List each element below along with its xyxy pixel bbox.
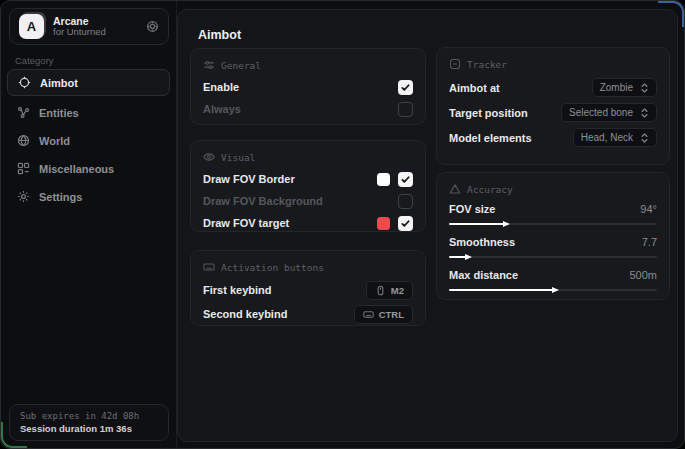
setting-label: First keybind [203, 284, 271, 296]
model-elements-dropdown[interactable]: Head, Neck [573, 128, 657, 147]
unfold-arrows-icon [640, 133, 649, 143]
slider-group-max-distance: Max distance 500m [449, 266, 657, 291]
subscription-status: Sub expires in 42d 08h Session duration … [9, 404, 169, 441]
grid-icon [17, 162, 30, 175]
smoothness-value: 7.7 [642, 236, 657, 248]
brand-text: Arcane for Unturned [53, 15, 106, 38]
setting-label: Aimbot at [449, 82, 500, 94]
sidebar-item-settings[interactable]: Settings [7, 183, 170, 210]
setting-label: Draw FOV Background [203, 195, 323, 207]
enable-checkbox[interactable] [398, 80, 413, 95]
setting-row-aimbot-at: Aimbot at Zombie [449, 75, 657, 100]
brand-card: A Arcane for Unturned [9, 8, 169, 45]
setting-row-fov-background: Draw FOV Background [203, 190, 413, 212]
setting-row-fov-target: Draw FOV target [203, 212, 413, 234]
sliders-icon [203, 59, 215, 71]
slider-fill [449, 256, 466, 258]
first-keybind-button[interactable]: M2 [366, 281, 413, 300]
sidebar-item-label: Aimbot [40, 77, 78, 89]
sidebar-nav: Aimbot Entities World [7, 69, 170, 211]
app-window: A Arcane for Unturned Category A [0, 0, 685, 449]
slider-group-smoothness: Smoothness 7.7 [449, 233, 657, 258]
setting-label: Smoothness [449, 236, 515, 248]
card-title: Accuracy [467, 184, 513, 195]
sidebar-item-entities[interactable]: Entities [7, 99, 170, 126]
setting-row-enable: Enable [203, 76, 413, 98]
card-title: Activation buttons [221, 262, 324, 273]
card-accuracy-header: Accuracy [449, 183, 657, 195]
setting-row-model-elements: Model elements Head, Neck [449, 125, 657, 150]
setting-label: FOV size [449, 203, 495, 215]
slider-group-fov-size: FOV size 94° [449, 200, 657, 225]
slider-thumb[interactable] [503, 221, 510, 227]
dropdown-value: Zombie [600, 82, 633, 93]
triangle-icon [449, 183, 461, 195]
mouse-icon [375, 285, 386, 296]
card-general: General Enable Always [190, 48, 426, 125]
keyboard-icon [203, 261, 215, 273]
slider-thumb[interactable] [465, 254, 472, 260]
page-title: Aimbot [198, 28, 241, 42]
target-position-dropdown[interactable]: Selected bone [561, 103, 657, 122]
entities-icon [17, 106, 30, 119]
card-visual-header: Visual [203, 151, 413, 163]
card-activation-header: Activation buttons [203, 261, 413, 273]
session-duration-text: Session duration 1m 36s [20, 423, 158, 434]
sidebar: A Arcane for Unturned Category A [1, 1, 177, 448]
slider-fill [449, 289, 553, 291]
fov-border-color-swatch[interactable] [377, 173, 390, 186]
eye-icon [203, 151, 215, 163]
setting-label: Second keybind [203, 308, 287, 320]
fov-border-checkbox[interactable] [398, 172, 413, 187]
slider-thumb[interactable] [552, 287, 559, 293]
lifebuoy-icon[interactable] [146, 20, 159, 33]
slider-fill [449, 223, 504, 225]
sidebar-item-label: Settings [39, 191, 82, 203]
setting-label: Always [203, 103, 241, 115]
card-title: Visual [221, 152, 255, 163]
unfold-arrows-icon [640, 83, 649, 93]
globe-icon [17, 134, 30, 147]
main-panel: Aimbot General Enable Always [177, 9, 678, 442]
keybind-value: CTRL [379, 309, 404, 320]
setting-label: Max distance [449, 269, 518, 281]
card-accuracy: Accuracy FOV size 94° Smoothness 7.7 [436, 172, 670, 300]
setting-row-always: Always [203, 98, 413, 120]
dropdown-value: Head, Neck [581, 132, 633, 143]
card-title: General [221, 60, 261, 71]
setting-row-first-keybind: First keybind M2 [203, 278, 413, 302]
smoothness-slider[interactable] [449, 256, 657, 258]
max-distance-value: 500m [629, 269, 657, 281]
sidebar-item-aimbot[interactable]: Aimbot [7, 69, 170, 96]
fov-target-checkbox[interactable] [398, 216, 413, 231]
fov-target-color-swatch[interactable] [377, 217, 390, 230]
sidebar-item-world[interactable]: World [7, 127, 170, 154]
gear-icon [17, 190, 30, 203]
setting-row-second-keybind: Second keybind CTRL [203, 302, 413, 326]
second-keybind-button[interactable]: CTRL [354, 305, 413, 324]
card-tracker: Tracker Aimbot at Zombie Target position… [436, 47, 670, 165]
card-title: Tracker [467, 59, 507, 70]
setting-label: Enable [203, 81, 239, 93]
fov-size-slider[interactable] [449, 223, 657, 225]
sidebar-item-label: Entities [39, 107, 79, 119]
card-tracker-header: Tracker [449, 58, 657, 70]
max-distance-slider[interactable] [449, 289, 657, 291]
always-checkbox[interactable] [398, 102, 413, 117]
sidebar-item-miscellaneous[interactable]: Miscellaneous [7, 155, 170, 182]
setting-label: Draw FOV Border [203, 173, 295, 185]
fov-size-value: 94° [640, 203, 657, 215]
aimbot-at-dropdown[interactable]: Zombie [592, 78, 657, 97]
setting-row-target-position: Target position Selected bone [449, 100, 657, 125]
checkbox-minus-icon [449, 58, 461, 70]
sub-expiry-text: Sub expires in 42d 08h [20, 411, 158, 421]
sidebar-item-label: World [39, 135, 70, 147]
crosshair-icon [18, 76, 31, 89]
card-general-header: General [203, 59, 413, 71]
dropdown-value: Selected bone [569, 107, 633, 118]
card-activation-buttons: Activation buttons First keybind M2 Seco… [190, 250, 426, 326]
category-label: Category [15, 55, 54, 66]
brand-subtitle: for Unturned [53, 27, 106, 38]
keyboard-icon [363, 309, 374, 320]
fov-background-checkbox[interactable] [398, 194, 413, 209]
